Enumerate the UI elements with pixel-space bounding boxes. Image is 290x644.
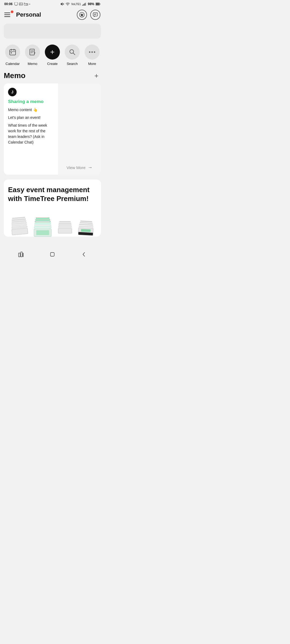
memo-card-content: Memo content 👆 Let's plan an event! What… [8, 107, 51, 145]
battery-percent: 98% [88, 2, 94, 6]
quick-action-calendar[interactable]: Calendar [4, 45, 21, 66]
image-icon [19, 2, 23, 6]
memo-add-button[interactable]: + [92, 71, 101, 80]
doc-stack-1 [10, 217, 28, 235]
svg-rect-31 [30, 49, 34, 55]
svg-rect-26 [10, 50, 16, 55]
home-button[interactable] [46, 248, 58, 260]
tablet-icon [14, 2, 18, 6]
memo-icon [29, 49, 36, 56]
quick-action-memo[interactable]: Memo [24, 45, 41, 66]
header-actions [77, 10, 100, 20]
search-label: Search [67, 62, 78, 66]
doc-stack-3 [58, 221, 72, 233]
doc-stack-4 [78, 221, 94, 236]
notification-dot [11, 10, 13, 13]
chat-icon [93, 12, 98, 17]
signal-icon [82, 2, 86, 6]
search-icon [69, 49, 75, 55]
svg-rect-14 [83, 4, 84, 6]
memo-card-right: View More → [58, 83, 101, 175]
hotel-icon [24, 2, 28, 6]
calendar-label: Calendar [6, 62, 20, 66]
svg-rect-17 [86, 2, 86, 6]
create-circle: + [45, 45, 60, 60]
premium-section: Easy event management with TimeTree Prem… [4, 180, 101, 237]
memo-cards-container: J Sharing a memo Memo content 👆 Let's pl… [4, 83, 101, 175]
svg-line-36 [73, 53, 75, 55]
more-label: More [88, 62, 96, 66]
svg-rect-42 [23, 253, 23, 257]
svg-point-4 [20, 3, 20, 4]
quick-actions: Calendar Memo + Create Search [0, 41, 105, 68]
svg-rect-19 [96, 3, 99, 5]
memo-label: Memo [28, 62, 37, 66]
status-bar: 00:06 • [0, 0, 105, 7]
star-icon [79, 12, 85, 17]
calendar-icon [9, 49, 16, 56]
svg-rect-40 [19, 253, 20, 257]
search-circle [65, 45, 80, 60]
svg-point-12 [67, 5, 68, 6]
svg-point-37 [89, 52, 90, 53]
svg-point-39 [94, 52, 95, 53]
memo-header: Memo + [4, 71, 101, 80]
star-button[interactable] [77, 10, 87, 20]
plus-icon: + [50, 48, 55, 56]
svg-point-38 [92, 52, 93, 53]
quick-action-create[interactable]: + Create [44, 45, 61, 66]
back-button[interactable] [78, 248, 90, 260]
svg-rect-23 [93, 13, 97, 16]
time-display: 00:06 [4, 2, 13, 6]
home-icon [49, 251, 55, 257]
memo-avatar: J [8, 88, 17, 96]
svg-rect-20 [100, 3, 100, 5]
svg-rect-41 [21, 252, 22, 257]
wifi-icon [66, 2, 70, 6]
svg-rect-43 [50, 253, 54, 256]
memo-content-line3: What times of the week work for the rest… [8, 123, 51, 145]
view-more-label: View More [67, 165, 86, 170]
menu-button[interactable] [4, 10, 14, 20]
memo-section: Memo + J Sharing a memo Memo content 👆 L… [0, 68, 105, 175]
recent-apps-button[interactable] [15, 248, 27, 260]
view-more-arrow-icon: → [88, 165, 92, 170]
quick-action-search[interactable]: Search [64, 45, 81, 66]
svg-rect-15 [84, 3, 85, 6]
calendar-circle [5, 45, 20, 60]
svg-marker-9 [61, 2, 63, 6]
premium-title: Easy event management with TimeTree Prem… [8, 185, 97, 203]
banner [4, 24, 101, 39]
svg-rect-13 [82, 5, 83, 6]
mute-icon [60, 2, 64, 6]
svg-rect-16 [85, 3, 86, 6]
memo-section-title: Memo [4, 71, 26, 80]
header: Personal [0, 7, 105, 23]
memo-content-line1: Memo content 👆 [8, 107, 51, 113]
status-right: VoLTE1 98% [60, 2, 100, 6]
svg-rect-30 [11, 52, 12, 53]
quick-action-more[interactable]: More [84, 45, 101, 66]
battery-icon [96, 2, 100, 6]
dot-indicator: • [29, 2, 30, 6]
lte-label: VoLTE1 [71, 3, 81, 6]
view-more-button[interactable]: View More → [67, 165, 93, 170]
memo-content-line2: Let's plan an event! [8, 115, 51, 120]
memo-card[interactable]: J Sharing a memo Memo content 👆 Let's pl… [4, 83, 55, 175]
memo-card-title: Sharing a memo [8, 99, 51, 104]
premium-illustration [8, 207, 97, 237]
chat-button[interactable] [90, 10, 100, 20]
create-label: Create [47, 62, 57, 66]
svg-rect-6 [26, 4, 27, 5]
nav-bar [0, 245, 105, 265]
memo-circle [25, 45, 40, 60]
svg-rect-0 [15, 2, 18, 5]
page-title: Personal [16, 11, 77, 18]
more-icon [89, 51, 95, 53]
more-circle [85, 45, 100, 60]
svg-marker-22 [80, 13, 84, 17]
doc-stack-2 [34, 218, 52, 237]
status-icons-left: • [14, 2, 30, 6]
back-icon [81, 251, 87, 257]
recent-apps-icon [18, 251, 24, 257]
